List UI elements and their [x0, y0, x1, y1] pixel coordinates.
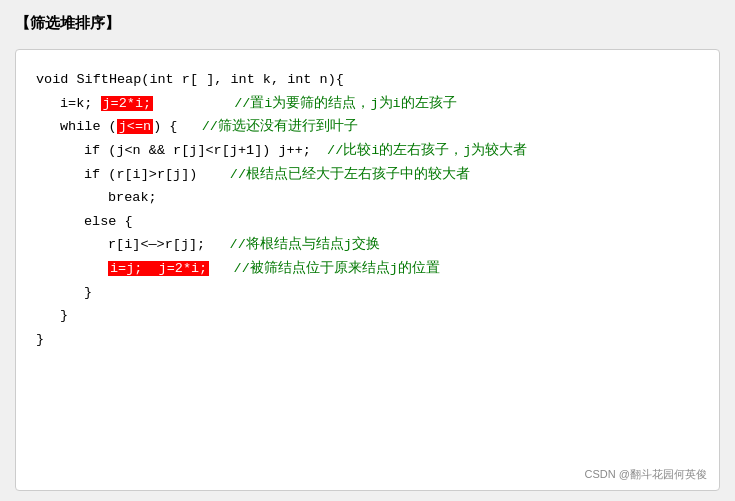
code-line-2: i=k; j=2*i; //置i为要筛的结点，j为i的左孩子 [36, 92, 699, 116]
code-line-7: else { [36, 210, 699, 234]
highlight-j2i: j=2*i; [101, 96, 154, 111]
watermark: CSDN @翻斗花园何英俊 [585, 467, 707, 482]
comment-3: //筛选还没有进行到叶子 [202, 119, 358, 134]
code-line-9: i=j; j=2*i; //被筛结点位于原来结点j的位置 [36, 257, 699, 281]
code-card: void SiftHeap(int r[ ], int k, int n){ i… [15, 49, 720, 491]
code-line-8: r[i]<—>r[j]; //将根结点与结点j交换 [36, 233, 699, 257]
code-line-4: if (j<n && r[j]<r[j+1]) j++; //比较i的左右孩子，… [36, 139, 699, 163]
page-title: 【筛选堆排序】 [15, 10, 720, 37]
code-line-12: } [36, 328, 699, 352]
highlight-ij2i: i=j; j=2*i; [108, 261, 209, 276]
code-line-1: void SiftHeap(int r[ ], int k, int n){ [36, 68, 699, 92]
code-line-6: break; [36, 186, 699, 210]
code-line-10: } [36, 281, 699, 305]
code-line-3: while (j<=n) { //筛选还没有进行到叶子 [36, 115, 699, 139]
code-line-5: if (r[i]>r[j]) //根结点已经大于左右孩子中的较大者 [36, 163, 699, 187]
comment-5: //根结点已经大于左右孩子中的较大者 [230, 167, 470, 182]
code-line-11: } [36, 304, 699, 328]
page-container: 【筛选堆排序】 void SiftHeap(int r[ ], int k, i… [0, 0, 735, 501]
comment-8: //将根结点与结点j交换 [230, 237, 380, 252]
code-block: void SiftHeap(int r[ ], int k, int n){ i… [36, 68, 699, 352]
comment-9: //被筛结点位于原来结点j的位置 [234, 261, 440, 276]
comment-2: //置i为要筛的结点，j为i的左孩子 [234, 96, 457, 111]
comment-4: //比较i的左右孩子，j为较大者 [327, 143, 527, 158]
highlight-jlen: j<=n [117, 119, 153, 134]
